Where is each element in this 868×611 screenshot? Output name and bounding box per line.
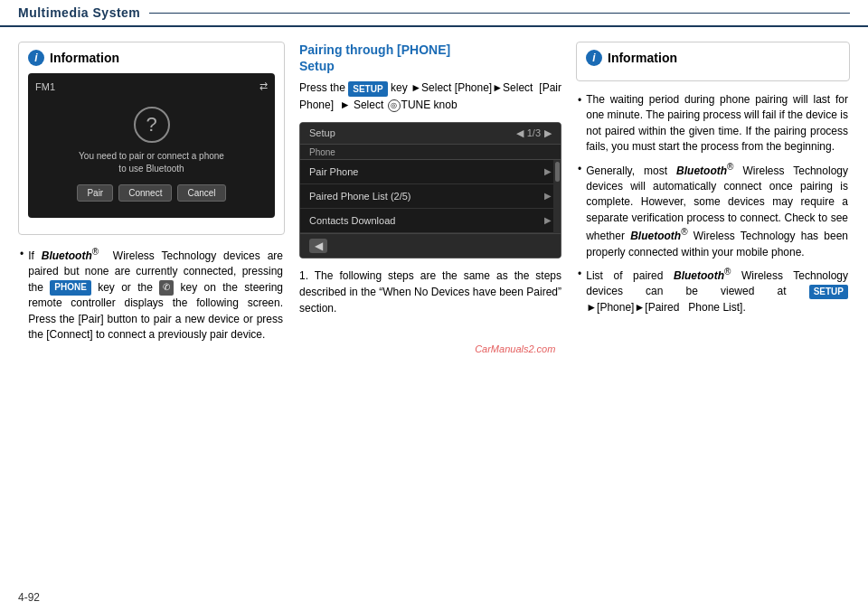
setup-intro-text: Press the SETUP key ►Select [Phone]►Sele… <box>299 80 561 112</box>
screen-body: ? You need to pair or connect a phoneto … <box>35 98 268 211</box>
scroll-bar <box>553 160 561 233</box>
right-bullet-dot-1: • <box>578 93 581 155</box>
info-title-left: Information <box>50 51 119 65</box>
pair-phone-label: Pair Phone <box>309 166 358 177</box>
page-indicator: 1/3 <box>527 127 541 138</box>
left-bullet-1: • If Bluetooth® Wireless Technology devi… <box>20 246 283 343</box>
phone-key-badge: PHONE <box>50 280 91 296</box>
info-title-right: Information <box>608 51 677 65</box>
reg-4: ® <box>724 267 731 277</box>
right-bullet-dot-3: • <box>578 267 581 315</box>
question-icon: ? <box>134 107 170 143</box>
page-header: Multimedia System <box>0 0 868 27</box>
info-header-right: i Information <box>586 50 840 66</box>
screen-message: You need to pair or connect a phoneto us… <box>79 150 224 175</box>
scroll-thumb <box>555 162 560 182</box>
contacts-label: Contacts Download <box>309 215 395 226</box>
watermark: CarManuals2.com <box>475 343 555 354</box>
setup-key-badge-middle: SETUP <box>348 81 387 97</box>
screen-arrows: ⇄ <box>259 80 268 92</box>
bluetooth-text-3: Bluetooth <box>630 230 681 242</box>
setup-screen-arrows: ◀ 1/3 ▶ <box>516 127 552 139</box>
setup-menu-paired-list[interactable]: Paired Phone List (2/5) ▶ <box>300 184 561 209</box>
reg-3: ® <box>681 227 687 237</box>
cancel-btn[interactable]: Cancel <box>177 184 225 202</box>
screen-buttons-row: Pair Connect Cancel <box>77 184 225 202</box>
contacts-arrow: ▶ <box>544 215 552 225</box>
setup-menu-pair-phone[interactable]: Pair Phone ▶ <box>300 160 561 184</box>
reg-1: ® <box>92 247 99 257</box>
right-bullet-2: • Generally, most Bluetooth® Wireless Te… <box>578 161 848 260</box>
left-column: i Information FM1 ⇄ ? You need to pair o… <box>18 42 285 597</box>
bluetooth-text-4: Bluetooth <box>674 269 724 282</box>
right-bullet-1-text: The waiting period during phone pairing … <box>586 92 848 155</box>
info-box-right: i Information <box>576 42 850 81</box>
bluetooth-text-2: Bluetooth <box>676 164 727 177</box>
main-content: i Information FM1 ⇄ ? You need to pair o… <box>0 27 868 606</box>
info-box-left: i Information FM1 ⇄ ? You need to pair o… <box>18 42 285 235</box>
header-title: Multimedia System <box>18 5 140 20</box>
setup-screen-header: Setup ◀ 1/3 ▶ <box>300 123 561 145</box>
bluetooth-text-1: Bluetooth <box>42 249 92 262</box>
right-bullets: • The waiting period during phone pairin… <box>576 92 850 315</box>
pair-phone-arrow: ▶ <box>544 166 552 176</box>
bullet-1-text: If Bluetooth® Wireless Technology device… <box>28 246 283 343</box>
setup-screen-title-label: Setup <box>309 127 335 138</box>
right-column: i Information • The waiting period durin… <box>576 42 850 597</box>
screen-top-bar: FM1 ⇄ <box>35 80 268 92</box>
fm-screen: FM1 ⇄ ? You need to pair or connect a ph… <box>28 73 275 218</box>
call-key-badge: ✆ <box>159 280 174 296</box>
screen-fm-label: FM1 <box>35 81 55 92</box>
tune-knob-symbol: ◎ <box>388 99 401 112</box>
arrow-left: ◀ <box>516 127 524 139</box>
right-bullet-2-text: Generally, most Bluetooth® Wireless Tech… <box>586 161 848 260</box>
left-bullets: • If Bluetooth® Wireless Technology devi… <box>18 246 285 343</box>
paired-list-label: Paired Phone List (2/5) <box>309 191 411 202</box>
bullet-dot-1: • <box>20 247 24 343</box>
back-arrow-button[interactable]: ◀ <box>309 239 327 253</box>
info-header-left: i Information <box>28 50 275 66</box>
setup-screen: Setup ◀ 1/3 ▶ Phone Pair Phone ▶ Paired … <box>299 122 561 258</box>
setup-screen-wrapper: Setup ◀ 1/3 ▶ Phone Pair Phone ▶ Paired … <box>299 122 561 258</box>
middle-column: Pairing through [PHONE]Setup Press the S… <box>299 42 561 597</box>
setup-menu-contacts[interactable]: Contacts Download ▶ <box>300 209 561 233</box>
right-bullet-3-text: List of paired Bluetooth® Wireless Techn… <box>586 266 848 315</box>
pair-btn[interactable]: Pair <box>77 184 113 202</box>
paired-list-arrow: ▶ <box>544 191 552 201</box>
phone-sublabel: Phone <box>300 145 561 160</box>
reg-2: ® <box>727 162 733 172</box>
page-number: 4-92 <box>18 591 40 604</box>
right-bullet-1: • The waiting period during phone pairin… <box>578 92 848 155</box>
arrow-right: ▶ <box>544 127 552 139</box>
info-icon-right: i <box>586 50 602 66</box>
setup-note: 1. The following steps are the same as t… <box>299 268 561 316</box>
setup-bottom-bar: ◀ <box>300 233 561 258</box>
right-bullet-3: • List of paired Bluetooth® Wireless Tec… <box>578 266 848 315</box>
setup-key-badge-right: SETUP <box>809 285 848 300</box>
header-divider <box>149 13 850 14</box>
info-icon-left: i <box>28 50 44 66</box>
right-bullet-dot-2: • <box>578 162 581 260</box>
connect-btn[interactable]: Connect <box>118 184 172 202</box>
setup-menu-wrapper: Pair Phone ▶ Paired Phone List (2/5) ▶ C… <box>300 160 561 233</box>
section-title-middle: Pairing through [PHONE]Setup <box>299 42 561 74</box>
